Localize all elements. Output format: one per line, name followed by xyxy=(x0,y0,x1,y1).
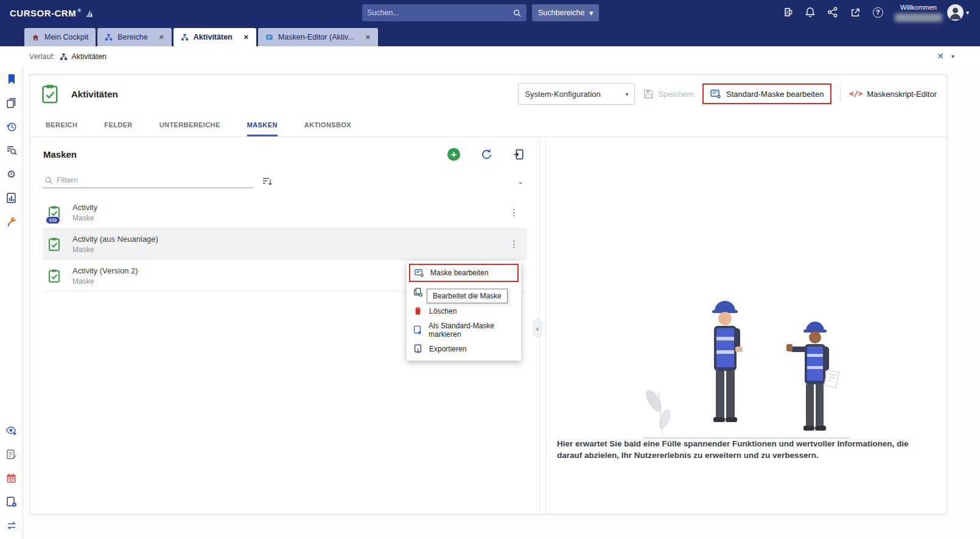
mask-type: Maske xyxy=(72,245,158,254)
configuration-select[interactable]: System-Konfiguration ▾ xyxy=(518,83,635,105)
close-icon[interactable]: ✕ xyxy=(159,33,164,41)
menu-item-label: Löschen xyxy=(429,307,457,315)
masks-header: Masken + xyxy=(43,148,527,161)
bell-icon[interactable] xyxy=(804,6,816,18)
close-icon[interactable]: ✕ xyxy=(243,33,249,41)
import-mask-icon[interactable] xyxy=(513,149,525,160)
eye-star-icon[interactable] xyxy=(5,425,18,437)
co-badge: CO xyxy=(46,216,60,224)
chevron-down-icon[interactable]: ⌄ xyxy=(517,177,527,186)
app-logo: CURSOR-CRM® xyxy=(10,8,94,18)
menu-item-exportieren[interactable]: Exportieren xyxy=(407,339,521,358)
mask-type: Maske xyxy=(72,277,138,286)
info-panel: Hier erwartet Sie bald eine Fülle spanne… xyxy=(545,137,947,514)
tab-aktivitaeten[interactable]: Aktivitäten ✕ xyxy=(173,28,256,46)
chevron-down-icon: ▾ xyxy=(625,91,628,97)
card-header: Aktivitäten System-Konfiguration ▾ Speic… xyxy=(30,75,947,113)
masks-actions: + xyxy=(447,148,527,161)
username-blurred xyxy=(895,13,942,22)
masks-heading: Masken xyxy=(43,149,77,160)
tab-felder[interactable]: FELDER xyxy=(104,113,132,136)
mask-edit-icon xyxy=(414,268,424,278)
menu-item-loeschen[interactable]: Löschen xyxy=(407,301,521,320)
mask-type: Maske xyxy=(72,214,97,222)
chevron-left-icon: ‹ xyxy=(536,324,539,333)
tab-label: Bereiche xyxy=(117,33,147,41)
mask-name: Activity (Version 2) xyxy=(72,266,138,275)
mask-row-activity[interactable]: CO Activity Maske ⋮ xyxy=(43,197,527,228)
menu-item-label: Maske bearbeiten xyxy=(430,269,488,277)
tab-mein-cockpit[interactable]: Mein Cockpit xyxy=(24,28,96,46)
doc-gear-icon[interactable] xyxy=(5,496,18,508)
notepad-icon[interactable] xyxy=(5,448,18,460)
configuration-value: System-Konfiguration xyxy=(525,90,600,99)
tab-unterbereiche[interactable]: UNTERBEREICHE xyxy=(159,113,220,136)
filter-input[interactable] xyxy=(57,176,252,185)
row-text: Activity (aus Neuanlage) Maske xyxy=(72,234,158,254)
help-icon[interactable]: ? xyxy=(872,6,884,18)
search-icon[interactable] xyxy=(513,9,522,18)
tab-label: Aktivitäten xyxy=(194,33,233,41)
mask-context-menu: Maske bearbeiten Kopieren Löschen Als St… xyxy=(407,261,521,361)
share-icon[interactable] xyxy=(827,6,839,18)
history-item-aktivitaeten[interactable]: Aktivitäten xyxy=(60,52,107,61)
menu-item-als-standard-maske-markieren[interactable]: Als Standard-Maske markieren xyxy=(407,320,521,339)
sitemap-icon xyxy=(105,33,113,41)
calendar-icon[interactable] xyxy=(5,472,18,484)
trash-icon xyxy=(413,306,423,315)
save-label: Speichern xyxy=(658,90,694,99)
mask-edit-icon xyxy=(710,88,721,99)
panel-collapse-handle[interactable]: ‹ xyxy=(533,319,542,337)
tab-masken[interactable]: MASKEN xyxy=(247,113,278,136)
refresh-icon[interactable] xyxy=(481,149,492,160)
menu-item-maske-bearbeiten[interactable]: Maske bearbeiten xyxy=(409,264,519,282)
user-menu[interactable]: ▾ xyxy=(947,4,969,21)
report-icon[interactable] xyxy=(5,192,18,204)
pages-icon[interactable] xyxy=(5,97,18,109)
search-list-icon[interactable] xyxy=(5,144,18,157)
close-icon[interactable]: ✕ xyxy=(365,33,371,41)
sail-icon xyxy=(85,9,94,18)
gear-icon[interactable]: ⚙ xyxy=(5,168,18,180)
filter-row: ⌄ xyxy=(43,174,527,188)
tab-bereiche[interactable]: Bereiche ✕ xyxy=(97,28,172,46)
history-row: Verlauf: Aktivitäten xyxy=(0,46,980,67)
open-in-new-icon[interactable] xyxy=(849,6,861,18)
sync-icon[interactable] xyxy=(5,520,18,532)
search-input[interactable] xyxy=(367,9,513,17)
welcome-block: Willkommen xyxy=(895,4,942,22)
chevron-down-icon[interactable]: ▾ xyxy=(951,53,954,60)
left-icon-rail: ⚙ xyxy=(0,67,23,539)
tab-aktionsbox[interactable]: AKTIONSBOX xyxy=(304,113,351,136)
menu-item-label: Exportieren xyxy=(429,345,466,353)
chevron-down-icon: ▾ xyxy=(966,9,969,16)
search-scope-button[interactable]: Suchbereiche ▾ xyxy=(532,4,599,21)
tools-icon[interactable] xyxy=(5,216,18,228)
bookmark-icon[interactable] xyxy=(5,73,18,85)
row-text: Activity (Version 2) Maske xyxy=(72,266,138,286)
kebab-menu-icon[interactable]: ⋮ xyxy=(503,207,525,218)
question-glyph: ? xyxy=(876,9,880,16)
kebab-menu-icon[interactable]: ⋮ xyxy=(503,239,525,250)
mug-icon[interactable] xyxy=(782,6,794,18)
save-button[interactable]: Speichern xyxy=(643,89,694,99)
code-icon: </> xyxy=(849,90,863,98)
mask-script-editor-button[interactable]: </> Maskenskript-Editor xyxy=(849,90,937,99)
edit-default-mask-label: Standard-Maske bearbeiten xyxy=(726,90,824,99)
mask-row-activity-neuanlage[interactable]: Activity (aus Neuanlage) Maske ⋮ xyxy=(43,228,527,260)
edit-default-mask-button[interactable]: Standard-Maske bearbeiten xyxy=(702,83,831,104)
history-icon[interactable] xyxy=(5,121,18,133)
tab-label: Masken-Editor (Aktiv... xyxy=(278,33,354,41)
clipboard-check-icon xyxy=(47,237,61,252)
close-icon[interactable]: ✕ xyxy=(937,51,944,61)
topbar-icon-group: ? xyxy=(782,6,884,18)
tab-bereich[interactable]: BEREICH xyxy=(46,113,77,136)
sort-icon[interactable] xyxy=(262,176,273,187)
filter-field xyxy=(43,174,253,188)
sitemap-icon xyxy=(181,33,189,41)
search-scope-label: Suchbereiche xyxy=(538,9,584,17)
row-icon-wrap: CO xyxy=(47,205,65,220)
add-mask-icon[interactable]: + xyxy=(447,148,460,161)
tab-masken-editor[interactable]: Masken-Editor (Aktiv... ✕ xyxy=(258,28,378,46)
sitemap-icon xyxy=(60,53,68,61)
